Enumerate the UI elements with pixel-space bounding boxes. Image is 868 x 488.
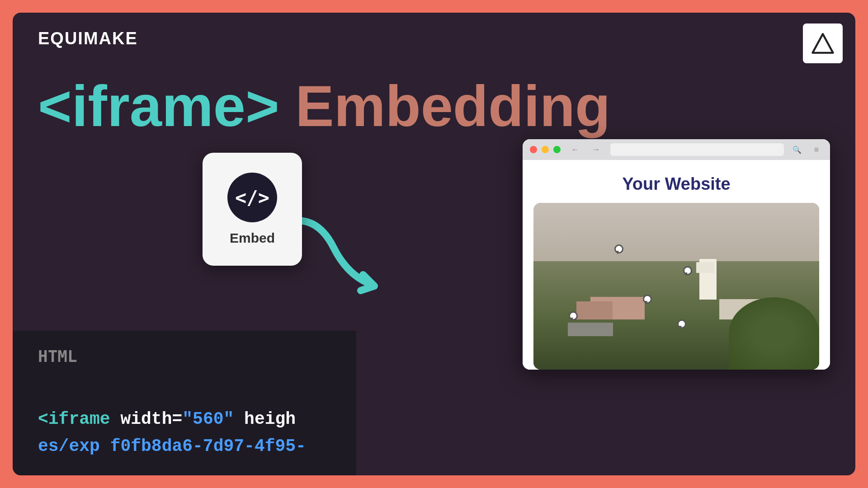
main-frame: EQUIMAKE <iframe> Embedding HTML <iframe… [13,13,855,475]
building-left2 [576,301,613,319]
browser-dot-green [553,146,561,153]
location-pin-1 [613,244,622,254]
browser-titlebar: ← → 🔍 ≡ [523,139,830,160]
logo: EQUIMAKE [38,29,138,48]
main-title: <iframe> Embedding [38,76,610,136]
trees [729,297,819,370]
parking [568,323,613,336]
browser-back-button[interactable]: ← [569,143,581,156]
browser-search-icon: 🔍 [792,145,802,155]
tower-top [696,262,714,273]
svg-marker-0 [812,34,833,53]
embed-label: Embed [230,230,275,246]
browser-menu-icon[interactable]: ≡ [810,143,823,156]
logo-text: EQUIMAKE [38,29,138,48]
location-pin-3 [642,295,650,305]
title-embedding: Embedding [295,74,610,138]
aerial-photo [533,203,819,370]
browser-dot-red [530,146,537,153]
top-right-logo-icon [803,23,843,63]
code-icon: </> [235,187,269,209]
embed-circle: </> [227,173,277,222]
location-pin-4 [568,311,576,321]
code-line-1: <iframe width="560" heigh [38,408,331,430]
code-block: HTML <iframe width="560" heigh es/exp f0… [13,331,356,475]
triangle-icon [811,32,835,55]
castle-scene [533,203,819,370]
browser-forward-button[interactable]: → [590,143,602,156]
code-label: HTML [38,347,77,366]
website-title: Your Website [622,174,730,194]
browser-content: Your Website [523,160,830,370]
location-pin-5 [676,319,684,329]
location-pin-2 [682,266,690,276]
embed-card[interactable]: </> Embed [203,153,302,266]
browser-address-bar[interactable] [610,143,784,156]
code-line-2: es/exp f0fb8da6-7d97-4f95- [38,435,331,457]
browser-mockup: ← → 🔍 ≡ Your Website [523,139,830,370]
browser-dot-yellow [542,146,549,153]
title-iframe: <iframe> [38,74,279,138]
